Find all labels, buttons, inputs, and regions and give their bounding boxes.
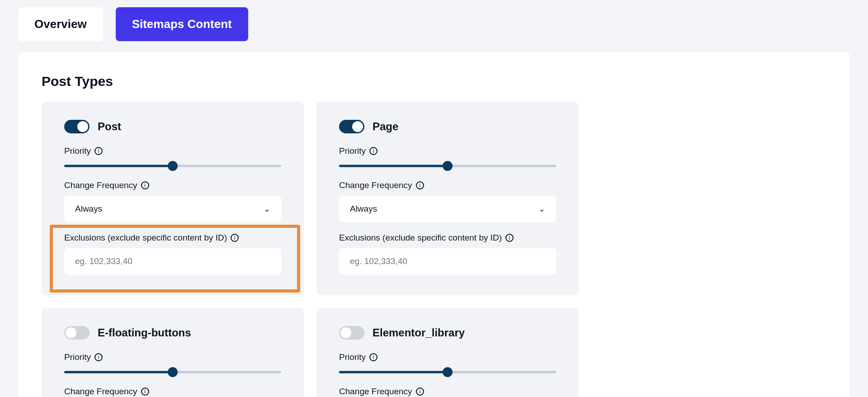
change-frequency-value: Always [350,204,377,214]
priority-label: Priorityi [339,146,556,156]
info-icon: i [369,147,377,155]
tab-sitemaps-content[interactable]: Sitemaps Content [116,7,248,41]
info-icon: i [94,147,103,155]
post-type-card: Elementor_library Priorityi Change Frequ… [316,308,579,397]
priority-slider[interactable] [64,161,281,170]
change-frequency-select[interactable]: Always ⌄ [64,196,281,222]
info-icon: i [505,234,514,242]
change-frequency-select[interactable]: Always ⌄ [339,196,556,222]
tab-overview[interactable]: Overview [18,7,103,41]
priority-label: Priorityi [64,352,281,362]
info-icon: i [94,353,103,361]
info-icon: i [231,234,239,242]
toggle-post[interactable] [64,120,90,133]
change-frequency-value: Always [75,204,102,214]
card-title: Elementor_library [373,326,465,339]
change-frequency-label: Change Frequencyi [64,387,281,397]
priority-slider[interactable] [64,368,281,377]
exclusions-label: Exclusions (exclude specific content by … [339,233,556,243]
priority-slider[interactable] [339,161,556,170]
change-frequency-label: Change Frequencyi [339,180,556,190]
exclusions-label: Exclusions (exclude specific content by … [64,233,281,243]
card-title: E-floating-buttons [98,326,191,339]
chevron-down-icon: ⌄ [538,204,545,214]
card-title: Page [373,120,398,133]
change-frequency-label: Change Frequencyi [64,180,281,190]
priority-slider[interactable] [339,368,556,377]
info-icon: i [416,181,424,189]
tabs-row: Overview Sitemaps Content [18,0,850,41]
post-type-card: Page Priorityi Change Frequencyi Always … [316,102,579,295]
section-title: Post Types [42,74,826,89]
info-icon: i [141,181,149,189]
exclusions-input[interactable] [339,248,556,274]
chevron-down-icon: ⌄ [264,204,270,214]
priority-label: Priorityi [64,146,281,156]
settings-panel: Post Types Post Priorityi Change Frequen… [18,52,850,397]
info-icon: i [141,388,149,396]
post-type-card: E-floating-buttons Priorityi Change Freq… [42,308,304,397]
info-icon: i [416,388,424,396]
info-icon: i [369,353,377,361]
toggle-e-floating-buttons[interactable] [64,326,90,340]
change-frequency-label: Change Frequencyi [339,387,556,397]
card-title: Post [98,120,121,133]
toggle-page[interactable] [339,120,364,133]
toggle-elementor_library[interactable] [339,326,364,340]
priority-label: Priorityi [339,352,556,362]
post-type-card: Post Priorityi Change Frequencyi Always … [42,102,304,295]
exclusions-input[interactable] [64,248,281,274]
